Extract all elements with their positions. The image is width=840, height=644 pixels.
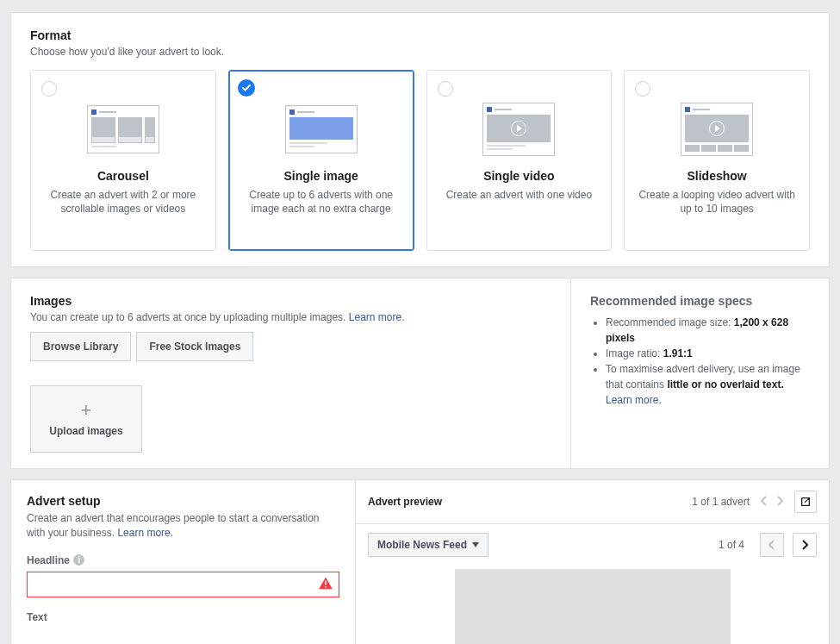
format-card-desc: Create up to 6 adverts with one image ea…: [238, 188, 405, 216]
advert-setup-title: Advert setup: [27, 494, 339, 508]
preview-placement-dropdown[interactable]: Mobile News Feed: [368, 533, 488, 557]
images-learn-more-link[interactable]: Learn more: [349, 311, 401, 323]
format-card-desc: Create an advert with one video: [436, 188, 603, 202]
headline-input[interactable]: [27, 572, 339, 597]
specs-list: Recommended image size: 1,200 x 628 pixe…: [590, 315, 810, 408]
open-external-button[interactable]: [794, 491, 817, 513]
browse-library-button[interactable]: Browse Library: [30, 332, 131, 361]
prev-advert-button[interactable]: [756, 495, 772, 509]
help-icon[interactable]: i: [73, 554, 84, 566]
radio-icon: [41, 81, 57, 97]
svg-rect-1: [325, 586, 327, 588]
images-panel: Images You can create up to 6 adverts at…: [10, 278, 830, 469]
play-icon: [709, 121, 725, 136]
radio-icon: [635, 81, 650, 97]
alert-icon: [319, 577, 333, 591]
format-title: Format: [30, 28, 810, 42]
variant-pager-text: 1 of 4: [719, 539, 744, 551]
images-desc: You can create up to 6 adverts at once b…: [30, 311, 551, 323]
advert-preview-title: Advert preview: [368, 496, 692, 508]
next-variant-button[interactable]: [793, 533, 817, 557]
format-panel: Format Choose how you'd like your advert…: [10, 12, 830, 267]
headline-label: Headline i: [27, 554, 339, 566]
format-option-carousel[interactable]: Carousel Create an advert with 2 or more…: [30, 70, 216, 251]
plus-icon: +: [81, 401, 92, 420]
specs-title: Recommended image specs: [590, 294, 810, 308]
single-video-thumbnail: [479, 102, 558, 157]
next-advert-button[interactable]: [772, 495, 787, 509]
preview-placeholder: [455, 569, 731, 644]
slideshow-thumbnail: [677, 102, 756, 157]
caret-down-icon: [472, 542, 479, 547]
radio-icon: [438, 81, 453, 97]
format-card-desc: Create a looping video advert with up to…: [633, 188, 800, 216]
single-image-thumbnail: [282, 102, 361, 157]
images-title: Images: [30, 294, 551, 308]
format-option-single-video[interactable]: Single video Create an advert with one v…: [426, 70, 613, 251]
format-option-single-image[interactable]: Single image Create up to 6 adverts with…: [228, 70, 414, 251]
play-icon: [511, 121, 526, 136]
advert-setup-desc: Create an advert that encourages people …: [27, 511, 339, 541]
upload-images-button[interactable]: + Upload images: [30, 385, 142, 453]
format-desc: Choose how you'd like your advert to loo…: [30, 46, 810, 58]
external-link-icon: [800, 496, 812, 508]
setup-learn-more-link[interactable]: Learn more: [117, 527, 170, 539]
prev-variant-button[interactable]: [760, 533, 784, 557]
advert-pager-text: 1 of 1 advert: [692, 496, 750, 508]
advert-setup-panel: Advert setup Create an advert that encou…: [10, 479, 830, 644]
free-stock-images-button[interactable]: Free Stock Images: [136, 332, 253, 361]
text-label: Text: [27, 611, 339, 623]
svg-rect-0: [325, 580, 327, 585]
format-card-title: Single image: [238, 169, 405, 183]
format-card-desc: Create an advert with 2 or more scrollab…: [40, 188, 207, 216]
radio-checked-icon: [238, 79, 255, 97]
carousel-thumbnail: [84, 102, 163, 157]
format-option-slideshow[interactable]: Slideshow Create a looping video advert …: [624, 70, 810, 251]
format-card-title: Single video: [436, 169, 603, 183]
format-card-title: Carousel: [40, 169, 207, 183]
specs-learn-more-link[interactable]: Learn more: [606, 394, 658, 406]
format-card-title: Slideshow: [633, 169, 800, 183]
